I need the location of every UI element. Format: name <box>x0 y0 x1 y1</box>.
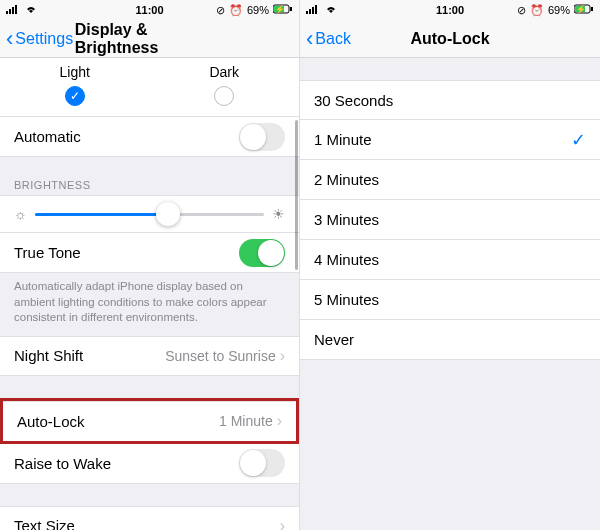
option-label: Never <box>314 331 354 348</box>
orientation-lock-icon: ⊘ <box>517 4 526 17</box>
content-scroll[interactable]: 30 Seconds1 Minute✓2 Minutes3 Minutes4 M… <box>300 58 600 530</box>
auto-lock-option[interactable]: 30 Seconds <box>300 80 600 120</box>
back-label: Back <box>315 30 351 48</box>
status-time: 11:00 <box>436 4 464 16</box>
wifi-icon <box>24 4 38 16</box>
option-label: 2 Minutes <box>314 171 379 188</box>
status-bar: 11:00 ⊘ ⏰ 69% ⚡ <box>300 0 600 20</box>
svg-text:⚡: ⚡ <box>576 4 586 14</box>
brightness-header: BRIGHTNESS <box>0 179 299 195</box>
battery-icon: ⚡ <box>574 4 594 16</box>
svg-rect-2 <box>12 7 14 14</box>
raise-to-wake-toggle[interactable] <box>239 449 285 477</box>
battery-icon: ⚡ <box>273 4 293 16</box>
auto-lock-option[interactable]: 2 Minutes <box>300 160 600 200</box>
back-label: Settings <box>15 30 73 48</box>
option-label: 30 Seconds <box>314 92 393 109</box>
night-shift-row[interactable]: Night Shift Sunset to Sunrise › <box>0 336 299 376</box>
night-shift-label: Night Shift <box>14 347 83 364</box>
svg-rect-9 <box>309 9 311 14</box>
brightness-slider-row: ☼ ☀ <box>0 195 299 233</box>
signal-icon <box>6 4 20 16</box>
true-tone-row: True Tone <box>0 233 299 273</box>
svg-rect-10 <box>312 7 314 14</box>
auto-lock-options: 30 Seconds1 Minute✓2 Minutes3 Minutes4 M… <box>300 80 600 360</box>
auto-lock-value: 1 Minute <box>219 413 273 429</box>
true-tone-toggle[interactable] <box>239 239 285 267</box>
sun-high-icon: ☀ <box>272 206 285 222</box>
auto-lock-option[interactable]: 5 Minutes <box>300 280 600 320</box>
svg-rect-14 <box>591 7 593 11</box>
auto-lock-screen: 11:00 ⊘ ⏰ 69% ⚡ ‹ Back Auto-Lock 30 Seco… <box>300 0 600 530</box>
svg-rect-8 <box>306 11 308 14</box>
page-title: Auto-Lock <box>410 30 489 48</box>
display-brightness-screen: 11:00 ⊘ ⏰ 69% ⚡ ‹ Settings Display & Bri… <box>0 0 300 530</box>
orientation-lock-icon: ⊘ <box>216 4 225 17</box>
chevron-right-icon: › <box>277 412 282 430</box>
auto-lock-label: Auto-Lock <box>17 413 85 430</box>
brightness-slider[interactable] <box>35 213 264 216</box>
back-button[interactable]: ‹ Settings <box>6 28 73 50</box>
radio-checked-icon: ✓ <box>65 86 85 106</box>
chevron-left-icon: ‹ <box>6 28 13 50</box>
appearance-light-label: Light <box>60 64 90 80</box>
appearance-selector: Light ✓ Dark <box>0 58 299 117</box>
automatic-label: Automatic <box>14 128 81 145</box>
option-label: 4 Minutes <box>314 251 379 268</box>
nav-bar: ‹ Back Auto-Lock <box>300 20 600 58</box>
checkmark-icon: ✓ <box>571 129 586 151</box>
scrollbar[interactable] <box>295 120 298 270</box>
auto-lock-option[interactable]: 1 Minute✓ <box>300 120 600 160</box>
svg-rect-6 <box>290 7 292 11</box>
automatic-row: Automatic <box>0 117 299 157</box>
option-label: 3 Minutes <box>314 211 379 228</box>
svg-rect-0 <box>6 11 8 14</box>
alarm-icon: ⏰ <box>530 4 544 17</box>
appearance-dark[interactable]: Dark <box>150 64 300 106</box>
page-title: Display & Brightness <box>75 21 225 57</box>
appearance-light[interactable]: Light ✓ <box>0 64 150 106</box>
auto-lock-highlight: Auto-Lock 1 Minute › <box>0 398 299 444</box>
text-size-row[interactable]: Text Size › <box>0 506 299 530</box>
nav-bar: ‹ Settings Display & Brightness <box>0 20 299 58</box>
chevron-left-icon: ‹ <box>306 28 313 50</box>
svg-text:⚡: ⚡ <box>275 4 285 14</box>
alarm-icon: ⏰ <box>229 4 243 17</box>
wifi-icon <box>324 4 338 16</box>
battery-percent: 69% <box>247 4 269 16</box>
automatic-toggle[interactable] <box>239 123 285 151</box>
auto-lock-option[interactable]: 4 Minutes <box>300 240 600 280</box>
option-label: 5 Minutes <box>314 291 379 308</box>
chevron-right-icon: › <box>280 347 285 365</box>
status-time: 11:00 <box>135 4 163 16</box>
auto-lock-option[interactable]: 3 Minutes <box>300 200 600 240</box>
sun-low-icon: ☼ <box>14 206 27 222</box>
night-shift-value: Sunset to Sunrise <box>165 348 276 364</box>
svg-rect-3 <box>15 5 17 14</box>
raise-to-wake-row: Raise to Wake <box>0 444 299 484</box>
content-scroll[interactable]: Light ✓ Dark Automatic BRIGHTNESS ☼ ☀ Tr… <box>0 58 299 530</box>
status-bar: 11:00 ⊘ ⏰ 69% ⚡ <box>0 0 299 20</box>
svg-rect-1 <box>9 9 11 14</box>
true-tone-note: Automatically adapt iPhone display based… <box>0 273 299 336</box>
chevron-right-icon: › <box>280 517 285 530</box>
true-tone-label: True Tone <box>14 244 81 261</box>
svg-rect-11 <box>315 5 317 14</box>
auto-lock-option[interactable]: Never <box>300 320 600 360</box>
raise-to-wake-label: Raise to Wake <box>14 455 111 472</box>
battery-percent: 69% <box>548 4 570 16</box>
text-size-label: Text Size <box>14 517 75 530</box>
auto-lock-row[interactable]: Auto-Lock 1 Minute › <box>3 401 296 441</box>
option-label: 1 Minute <box>314 131 372 148</box>
signal-icon <box>306 4 320 16</box>
radio-unchecked-icon <box>214 86 234 106</box>
appearance-dark-label: Dark <box>209 64 239 80</box>
back-button[interactable]: ‹ Back <box>306 28 351 50</box>
